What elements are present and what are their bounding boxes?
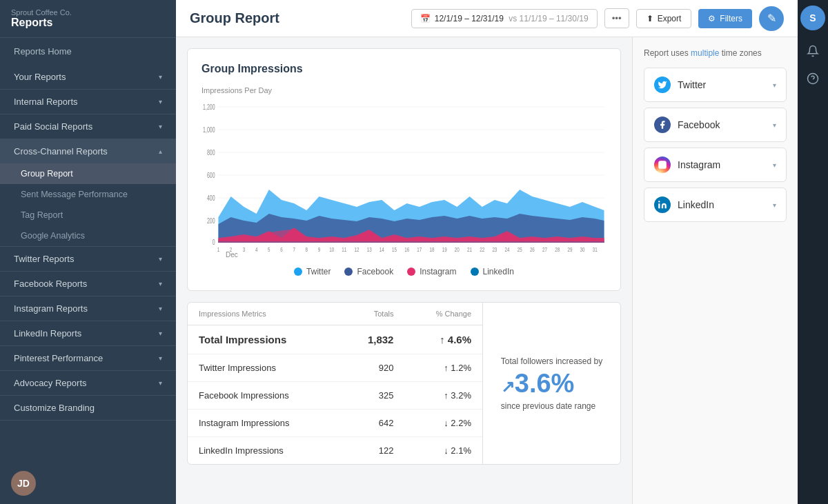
svg-text:26: 26: [530, 246, 535, 252]
col-header-impressions: Impressions Metrics: [188, 303, 340, 325]
more-options-button[interactable]: •••: [604, 8, 629, 28]
linkedin-platform-icon: [654, 196, 671, 213]
nav-section-advocacy-reports: Advocacy Reports ▾: [0, 371, 176, 396]
legend-dot-facebook: [344, 268, 353, 276]
svg-text:28: 28: [555, 246, 560, 252]
chart-legend: Twitter Facebook Instagram LinkedIn: [201, 267, 607, 276]
sidebar-item-your-reports[interactable]: Your Reports ▾: [0, 65, 176, 89]
platform-left-linkedin: LinkedIn: [654, 196, 714, 213]
multiple-timezones-link[interactable]: multiple: [691, 48, 719, 58]
sidebar-item-pinterest-performance[interactable]: Pinterest Performance ▾: [0, 346, 176, 370]
brand-company: Sprout Coffee Co.: [11, 8, 165, 17]
chart-subtitle: Impressions Per Day: [201, 86, 607, 94]
nav-section-pinterest-performance: Pinterest Performance ▾: [0, 346, 176, 371]
row-total-facebook: 325: [340, 382, 405, 410]
export-icon: ⬆: [647, 14, 653, 23]
sidebar-item-facebook-reports[interactable]: Facebook Reports ▾: [0, 272, 176, 296]
export-button[interactable]: ⬆ Export: [636, 9, 692, 28]
svg-text:5: 5: [268, 246, 270, 252]
sidebar-item-twitter-reports[interactable]: Twitter Reports ▾: [0, 247, 176, 271]
svg-text:200: 200: [207, 217, 215, 225]
impressions-chart: 1,200 1,000 800 600 400 200 0: [201, 100, 607, 252]
nav-section-cross-channel: Cross-Channel Reports ▴ Group Report Sen…: [0, 139, 176, 247]
chart-container: 1,200 1,000 800 600 400 200 0: [201, 100, 607, 259]
svg-text:31: 31: [593, 246, 598, 252]
row-total-instagram: 642: [340, 410, 405, 437]
chevron-down-icon: ▾: [773, 121, 776, 129]
avatar[interactable]: JD: [11, 471, 36, 496]
svg-text:12: 12: [355, 246, 359, 252]
row-change-linkedin: ↓ 2.1%: [404, 437, 482, 465]
edit-button[interactable]: ✎: [759, 6, 784, 31]
table-row-facebook: Facebook Impressions 325 ↑ 3.2%: [188, 382, 482, 410]
main-content: Group Report 📅 12/1/19 – 12/31/19 vs 11/…: [176, 0, 798, 504]
platform-item-facebook[interactable]: Facebook ▾: [644, 108, 787, 142]
sidebar-item-google-analytics[interactable]: Google Analytics: [0, 225, 176, 246]
col-header-change: % Change: [404, 303, 482, 325]
chevron-up-icon: ▴: [159, 148, 162, 155]
svg-text:10: 10: [329, 246, 334, 252]
sidebar-item-cross-channel-reports[interactable]: Cross-Channel Reports ▴: [0, 139, 176, 163]
row-label-twitter: Twitter Impressions: [188, 354, 340, 382]
platform-left-facebook: Facebook: [654, 117, 720, 133]
metrics-table-wrap: Impressions Metrics Totals % Change Tota…: [188, 303, 482, 464]
content-main: Group Impressions Impressions Per Day 1,…: [176, 37, 632, 504]
side-stat-panel: Total followers increased by ↗3.6% since…: [482, 303, 620, 464]
chevron-down-icon: ▾: [159, 98, 162, 105]
svg-text:21: 21: [467, 246, 472, 252]
svg-text:4: 4: [255, 246, 258, 252]
legend-dot-instagram: [407, 268, 415, 276]
sidebar-item-advocacy-reports[interactable]: Advocacy Reports ▾: [0, 371, 176, 395]
sidebar-item-tag-report[interactable]: Tag Report: [0, 205, 176, 225]
chevron-down-icon: ▾: [159, 354, 162, 362]
svg-text:11: 11: [342, 246, 346, 252]
chevron-down-icon: ▾: [159, 73, 162, 81]
sidebar-item-linkedin-reports[interactable]: LinkedIn Reports ▾: [0, 321, 176, 345]
col-header-totals: Totals: [340, 303, 405, 325]
platform-left-twitter: Twitter: [654, 77, 706, 93]
right-panel: Report uses multiple time zones Twitter …: [632, 37, 798, 504]
nav-section-linkedin-reports: LinkedIn Reports ▾: [0, 321, 176, 346]
icon-bar: S: [798, 0, 828, 504]
sidebar-item-customize-branding[interactable]: Customize Branding: [0, 396, 176, 420]
top-header: Group Report 📅 12/1/19 – 12/31/19 vs 11/…: [176, 0, 798, 37]
sidebar-item-internal-reports[interactable]: Internal Reports ▾: [0, 90, 176, 114]
svg-text:19: 19: [442, 246, 447, 252]
svg-text:3: 3: [243, 246, 245, 252]
svg-text:27: 27: [542, 246, 547, 252]
nav-section-your-reports: Your Reports ▾: [0, 65, 176, 90]
date-range-button[interactable]: 📅 12/1/19 – 12/31/19 vs 11/1/19 – 11/30/…: [411, 9, 598, 28]
svg-text:8: 8: [306, 246, 308, 252]
svg-text:20: 20: [455, 246, 460, 252]
notifications-button[interactable]: [800, 39, 825, 63]
chevron-down-icon: ▾: [159, 305, 162, 312]
svg-text:22: 22: [480, 246, 484, 252]
platform-item-twitter[interactable]: Twitter ▾: [644, 68, 787, 102]
sidebar: Sprout Coffee Co. Reports Reports Home Y…: [0, 0, 176, 504]
help-button[interactable]: [800, 66, 825, 91]
svg-text:23: 23: [492, 246, 497, 252]
row-label-total: Total Impressions: [188, 325, 340, 354]
side-stat-value: ↗3.6%: [501, 369, 602, 399]
svg-text:16: 16: [404, 246, 409, 252]
svg-text:18: 18: [430, 246, 435, 252]
row-change-total: ↑ 4.6%: [404, 325, 482, 354]
table-row-twitter: Twitter Impressions 920 ↑ 1.2%: [188, 354, 482, 382]
svg-text:1,200: 1,200: [203, 103, 215, 112]
sidebar-item-reports-home[interactable]: Reports Home: [0, 38, 176, 65]
chevron-down-icon: ▾: [159, 123, 162, 130]
platform-item-instagram[interactable]: Instagram ▾: [644, 148, 787, 182]
sidebar-item-group-report[interactable]: Group Report: [0, 163, 176, 184]
svg-text:0: 0: [213, 239, 215, 247]
side-stat: Total followers increased by ↗3.6% since…: [490, 345, 613, 422]
calendar-icon: 📅: [420, 14, 431, 23]
sidebar-item-sent-message-performance[interactable]: Sent Message Performance: [0, 184, 176, 205]
filters-button[interactable]: ⚙ Filters: [698, 9, 752, 28]
legend-facebook: Facebook: [344, 267, 393, 276]
platform-item-linkedin[interactable]: LinkedIn ▾: [644, 188, 787, 222]
sidebar-item-paid-social-reports[interactable]: Paid Social Reports ▾: [0, 114, 176, 139]
legend-twitter: Twitter: [294, 267, 331, 276]
svg-text:15: 15: [392, 246, 397, 252]
sidebar-item-instagram-reports[interactable]: Instagram Reports ▾: [0, 296, 176, 321]
chevron-down-icon: ▾: [159, 330, 162, 337]
